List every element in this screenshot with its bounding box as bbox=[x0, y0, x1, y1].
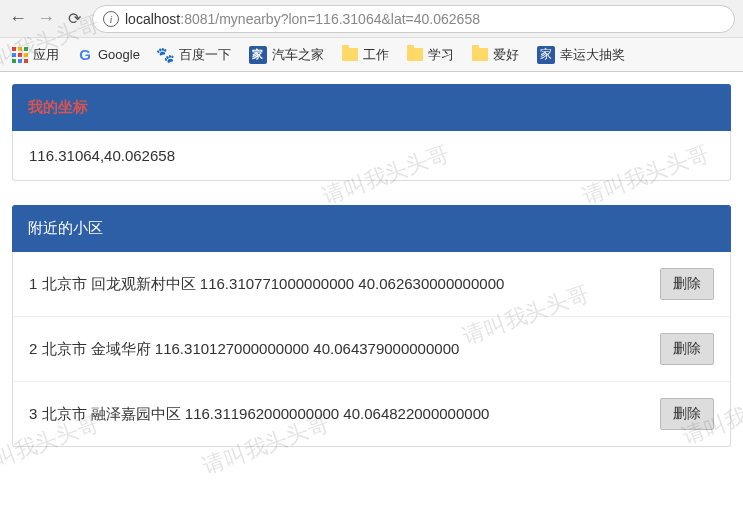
bookmark-hobby[interactable]: 爱好 bbox=[472, 46, 519, 64]
nearby-title: 附近的小区 bbox=[28, 219, 103, 236]
lottery-icon: 家 bbox=[537, 46, 555, 64]
list-item: 1 北京市 回龙观新村中区 116.310771000000000 40.062… bbox=[13, 252, 730, 317]
coord-value: 116.31064,40.062658 bbox=[29, 147, 175, 164]
coord-panel-body: 116.31064,40.062658 bbox=[12, 131, 731, 181]
coord-panel-header: 我的坐标 bbox=[12, 84, 731, 131]
bookmark-lottery[interactable]: 家 幸运大抽奖 bbox=[537, 46, 625, 64]
back-icon[interactable]: ← bbox=[8, 8, 28, 29]
folder-icon bbox=[342, 48, 358, 61]
bookmark-google[interactable]: G Google bbox=[77, 47, 140, 63]
list-item: 2 北京市 金域华府 116.310127000000000 40.064379… bbox=[13, 317, 730, 382]
list-item-text: 3 北京市 融泽嘉园中区 116.311962000000000 40.0648… bbox=[29, 405, 652, 424]
list-item-text: 2 北京市 金域华府 116.310127000000000 40.064379… bbox=[29, 340, 652, 359]
bookmark-label: 百度一下 bbox=[179, 46, 231, 64]
nearby-list: 1 北京市 回龙观新村中区 116.310771000000000 40.062… bbox=[12, 252, 731, 447]
coord-title: 我的坐标 bbox=[28, 98, 88, 115]
bookmark-label: 工作 bbox=[363, 46, 389, 64]
url-text: localhost:8081/mynearby?lon=116.31064&la… bbox=[125, 11, 480, 27]
apps-icon bbox=[12, 47, 28, 63]
baidu-icon: 🐾 bbox=[158, 47, 174, 63]
bookmark-label: Google bbox=[98, 47, 140, 62]
delete-button[interactable]: 删除 bbox=[660, 268, 714, 300]
autohome-icon: 家 bbox=[249, 46, 267, 64]
folder-icon bbox=[407, 48, 423, 61]
bookmark-baidu[interactable]: 🐾 百度一下 bbox=[158, 46, 231, 64]
google-icon: G bbox=[77, 47, 93, 63]
forward-icon: → bbox=[36, 8, 56, 29]
address-bar[interactable]: i localhost:8081/mynearby?lon=116.31064&… bbox=[92, 5, 735, 33]
list-item: 3 北京市 融泽嘉园中区 116.311962000000000 40.0648… bbox=[13, 382, 730, 446]
apps-label: 应用 bbox=[33, 46, 59, 64]
nearby-panel-header: 附近的小区 bbox=[12, 205, 731, 252]
bookmark-autohome[interactable]: 家 汽车之家 bbox=[249, 46, 324, 64]
site-info-icon[interactable]: i bbox=[103, 11, 119, 27]
reload-icon[interactable]: ⟳ bbox=[64, 9, 84, 28]
bookmark-label: 汽车之家 bbox=[272, 46, 324, 64]
delete-button[interactable]: 删除 bbox=[660, 398, 714, 430]
folder-icon bbox=[472, 48, 488, 61]
bookmark-work[interactable]: 工作 bbox=[342, 46, 389, 64]
apps-button[interactable]: 应用 bbox=[12, 46, 59, 64]
delete-button[interactable]: 删除 bbox=[660, 333, 714, 365]
bookmarks-bar: 应用 G Google 🐾 百度一下 家 汽车之家 工作 学习 爱好 家 幸运大… bbox=[0, 38, 743, 72]
url-host: localhost bbox=[125, 11, 180, 27]
browser-toolbar: ← → ⟳ i localhost:8081/mynearby?lon=116.… bbox=[0, 0, 743, 38]
bookmark-label: 幸运大抽奖 bbox=[560, 46, 625, 64]
bookmark-study[interactable]: 学习 bbox=[407, 46, 454, 64]
page-content: 我的坐标 116.31064,40.062658 附近的小区 1 北京市 回龙观… bbox=[0, 72, 743, 459]
bookmark-label: 学习 bbox=[428, 46, 454, 64]
url-rest: :8081/mynearby?lon=116.31064&lat=40.0626… bbox=[180, 11, 480, 27]
list-item-text: 1 北京市 回龙观新村中区 116.310771000000000 40.062… bbox=[29, 275, 652, 294]
bookmark-label: 爱好 bbox=[493, 46, 519, 64]
